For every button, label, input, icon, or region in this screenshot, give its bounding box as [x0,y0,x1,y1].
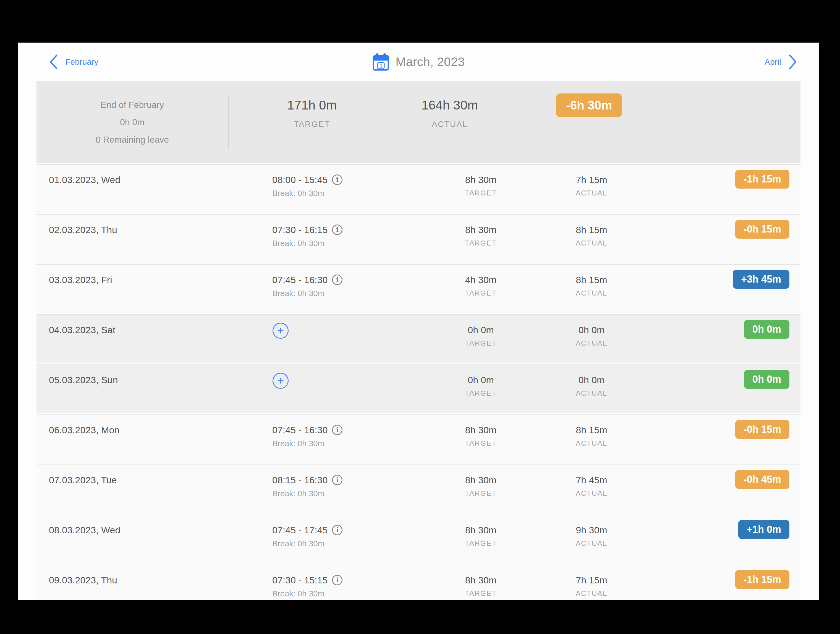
break-duration: Break: 0h 30m [272,289,422,298]
prev-month-button[interactable]: February [49,54,98,70]
info-icon[interactable]: i [332,475,343,485]
day-actual-label: ACTUAL [540,389,643,398]
day-difference-cell: -1h 15m [643,565,801,600]
day-target-value: 8h 30m [422,174,540,185]
work-time-range: 07:30 - 15:15 [272,575,328,586]
day-actual-value: 8h 15m [540,274,643,285]
day-difference-badge: +3h 45m [733,270,789,289]
day-difference-cell: 0h 0m [643,315,801,363]
day-row: 03.03.2023, Fri 07:45 - 16:30 i + Break:… [36,264,801,313]
info-icon[interactable]: i [332,425,343,435]
day-actual-label: ACTUAL [540,339,643,348]
carryover-hours: 0h 0m [36,114,228,131]
day-row: 05.03.2023, Sun i + 0h 0m TARGET 0h 0m A… [36,364,801,413]
day-target-label: TARGET [422,239,540,247]
day-difference-cell: +3h 45m [643,265,801,313]
break-duration: Break: 0h 30m [272,239,422,248]
next-month-button[interactable]: April [764,54,798,70]
day-target-value: 8h 30m [422,525,540,536]
calendar-icon: 1 [372,53,390,71]
day-row: 02.03.2023, Thu 07:30 - 16:15 i + Break:… [36,214,801,263]
day-target-cell: 8h 30m TARGET [422,415,540,463]
day-actual-cell: 7h 45m ACTUAL [540,465,643,513]
day-target-label: TARGET [422,289,540,297]
month-actual-label: ACTUAL [396,119,504,129]
day-actual-value: 9h 30m [540,525,643,536]
day-row: 08.03.2023, Wed 07:45 - 17:45 i + Break:… [36,515,801,563]
info-icon[interactable]: i [332,225,343,235]
info-icon[interactable]: i [332,275,343,285]
day-difference-cell: -0h 45m [643,465,801,513]
day-difference-badge: -1h 15m [735,570,789,589]
day-target-cell: 8h 30m TARGET [422,515,540,563]
day-target-value: 0h 0m [422,375,540,386]
day-time-cell: 07:45 - 17:45 i + Break: 0h 30m [263,515,422,563]
next-month-label: April [764,57,781,66]
day-target-label: TARGET [422,339,540,348]
info-icon[interactable]: i [332,575,343,585]
day-actual-cell: 7h 15m ACTUAL [540,165,643,213]
day-difference-cell: -0h 15m [643,415,801,463]
day-difference-cell: -1h 15m [643,165,801,213]
day-target-cell: 4h 30m TARGET [422,265,540,313]
day-actual-label: ACTUAL [540,239,643,247]
day-actual-cell: 0h 0m ACTUAL [540,365,643,413]
day-difference-cell: +1h 0m [643,515,801,563]
day-target-value: 4h 30m [422,274,540,285]
break-duration: Break: 0h 30m [272,589,422,598]
day-target-cell: 0h 0m TARGET [422,365,540,413]
day-date: 04.03.2023, Sat [36,315,263,363]
day-target-cell: 8h 30m TARGET [422,565,540,600]
day-time-cell: i + [263,365,422,413]
day-actual-value: 7h 15m [540,174,643,185]
work-time-range: 08:00 - 15:45 [272,174,328,185]
month-target-value: 171h 0m [228,98,396,112]
month-summary-bar: End of February 0h 0m 0 Remaining leave … [36,81,801,163]
day-time-cell: 07:45 - 16:30 i + Break: 0h 30m [263,415,422,463]
day-actual-cell: 0h 0m ACTUAL [540,315,643,363]
break-duration: Break: 0h 30m [272,539,422,548]
month-actual-summary: 164h 30m ACTUAL [396,81,504,163]
day-actual-label: ACTUAL [540,439,643,447]
day-difference-cell: 0h 0m [643,365,801,413]
add-entry-button[interactable]: + [273,373,289,389]
day-actual-cell: 8h 15m ACTUAL [540,415,643,463]
calendar-day-number: 1 [379,62,382,69]
day-time-cell: i + [263,315,422,363]
info-icon[interactable]: i [332,525,343,535]
month-navigation-header: February 1 March, 2023 April [18,43,819,81]
add-entry-button[interactable]: + [273,323,289,339]
day-difference-badge: +1h 0m [738,520,789,539]
info-icon[interactable]: i [332,174,343,185]
day-difference-badge: -0h 45m [735,470,789,489]
day-date: 06.03.2023, Mon [36,415,263,463]
day-actual-cell: 8h 15m ACTUAL [540,265,643,313]
day-time-cell: 07:30 - 16:15 i + Break: 0h 30m [263,215,422,263]
prev-month-label: February [65,57,98,66]
day-target-label: TARGET [422,188,540,198]
day-target-label: TARGET [422,589,540,598]
carryover-remaining-leave: 0 Remaining leave [36,131,228,149]
day-time-cell: 07:45 - 16:30 i + Break: 0h 30m [263,265,422,313]
day-actual-cell: 9h 30m ACTUAL [540,515,643,563]
work-time-range: 08:15 - 16:30 [272,474,328,485]
month-difference-badge: -6h 30m [556,93,622,117]
day-target-cell: 0h 0m TARGET [422,315,540,363]
day-actual-value: 8h 15m [540,424,643,435]
month-title: 1 March, 2023 [372,53,465,71]
day-difference-badge: 0h 0m [744,320,789,339]
day-target-label: TARGET [422,389,540,398]
day-actual-cell: 8h 15m ACTUAL [540,215,643,263]
day-date: 01.03.2023, Wed [36,165,263,213]
day-actual-value: 8h 15m [540,224,643,235]
day-difference-badge: 0h 0m [744,370,789,389]
month-target-label: TARGET [228,119,396,129]
day-actual-label: ACTUAL [540,188,643,198]
month-actual-value: 164h 30m [396,98,504,112]
day-actual-label: ACTUAL [540,289,643,297]
day-actual-label: ACTUAL [540,589,643,598]
day-row: 07.03.2023, Tue 08:15 - 16:30 i + Break:… [36,465,801,513]
summary-divider [228,95,229,150]
day-difference-cell: -0h 15m [643,215,801,263]
day-actual-value: 0h 0m [540,375,643,386]
